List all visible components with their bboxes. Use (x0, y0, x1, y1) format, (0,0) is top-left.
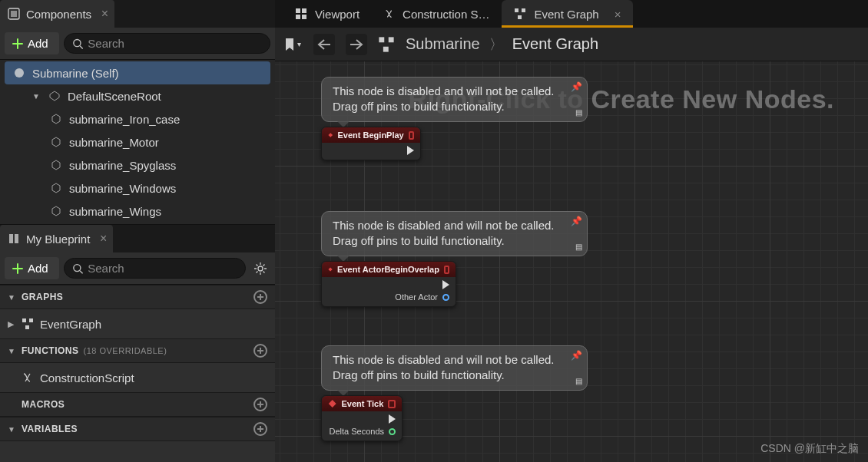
event-icon (328, 130, 333, 140)
other-actor-pin[interactable]: Other Actor (395, 292, 449, 302)
close-icon[interactable]: × (615, 8, 621, 21)
add-blueprint-button[interactable]: Add (5, 257, 59, 279)
tree-scene-root-label: DefaultSceneRoot (68, 90, 161, 103)
tree-item[interactable]: submarine_Motor (0, 130, 275, 153)
mesh-icon (49, 158, 63, 172)
mesh-icon (49, 135, 63, 149)
graph-icon (378, 36, 395, 53)
exec-out-pin[interactable] (407, 146, 414, 155)
graph-icon (22, 318, 34, 330)
expand-icon[interactable]: ▤ (575, 242, 582, 252)
actor-icon (12, 66, 26, 80)
close-icon[interactable]: × (100, 232, 107, 246)
exec-out-pin[interactable] (442, 280, 449, 289)
tab-viewport[interactable]: Viewport (283, 0, 372, 28)
search-icon (72, 262, 83, 275)
scene-root-icon (48, 89, 61, 103)
tree-root-label: Submarine (Self) (32, 67, 119, 80)
function-icon (384, 8, 395, 20)
section-graphs[interactable]: ▼GRAPHS (0, 285, 275, 309)
tree-root[interactable]: Submarine (Self) (5, 61, 270, 84)
watermark: CSDN @新缸中之脑 (760, 442, 859, 456)
node-event-tick[interactable]: Event Tick Delta Seconds (321, 395, 403, 441)
function-icon (22, 371, 34, 384)
tree-item[interactable]: submarine_Spyglass (0, 153, 275, 177)
svg-rect-17 (389, 37, 394, 42)
section-macros[interactable]: MACROS (0, 392, 275, 417)
tab-event-graph[interactable]: Event Graph × (502, 0, 633, 28)
add-function-button[interactable] (253, 344, 267, 358)
svg-rect-12 (302, 15, 306, 19)
breakpoint-icon[interactable] (409, 131, 414, 140)
components-toolbar: Add (0, 28, 275, 60)
expand-icon[interactable]: ▤ (575, 376, 582, 387)
components-search[interactable] (64, 33, 270, 54)
plus-icon (12, 263, 23, 274)
close-icon[interactable]: × (101, 7, 108, 21)
search-input[interactable] (88, 37, 262, 50)
tab-construction-script[interactable]: Construction S… (372, 0, 502, 28)
breadcrumb-bar: ▾ Submarine 〉 Event Graph (275, 28, 868, 61)
expand-icon[interactable]: ▤ (575, 107, 582, 118)
mesh-icon (49, 204, 63, 218)
add-macro-button[interactable] (253, 398, 267, 411)
svg-point-2 (74, 39, 81, 46)
search-input[interactable] (88, 262, 237, 275)
exec-out-pin[interactable] (389, 414, 396, 424)
node-tooltip: This node is disabled and will not be ca… (321, 211, 588, 256)
chevron-right-icon: 〉 (489, 35, 503, 54)
mesh-icon (49, 181, 63, 195)
svg-rect-14 (522, 8, 525, 12)
breadcrumb[interactable]: Submarine 〉 Event Graph (406, 35, 598, 54)
editor-tabs: Viewport Construction S… Event Graph × (275, 0, 868, 28)
settings-button[interactable] (250, 259, 270, 279)
graph-item-eventgraph[interactable]: ▶ EventGraph (0, 312, 275, 335)
tree-item[interactable]: submarine_Windows (0, 177, 275, 200)
svg-point-5 (258, 266, 263, 271)
bookmark-button[interactable]: ▾ (281, 34, 303, 55)
breakpoint-icon[interactable] (444, 266, 449, 274)
gear-icon (253, 262, 267, 276)
nav-back-button[interactable] (313, 34, 335, 55)
pin-icon[interactable]: 📌 (571, 81, 582, 93)
add-label: Add (28, 262, 48, 275)
mesh-icon (49, 112, 63, 126)
book-icon (8, 233, 20, 245)
tab-my-blueprint[interactable]: My Blueprint × (0, 225, 113, 252)
event-graph-canvas[interactable]: Right-Click to Create New Nodes. This no… (275, 61, 868, 462)
svg-rect-7 (29, 318, 33, 322)
svg-point-3 (15, 68, 24, 78)
pin-icon[interactable]: 📌 (571, 215, 582, 227)
svg-rect-13 (515, 8, 518, 12)
node-event-actorbeginoverlap[interactable]: Event ActorBeginOverlap Other Actor (321, 261, 456, 307)
pin-icon[interactable]: 📌 (571, 349, 582, 361)
chevron-right-icon[interactable]: ▶ (8, 319, 15, 329)
breakpoint-icon[interactable] (388, 400, 396, 408)
add-label: Add (28, 37, 48, 50)
tree-scene-root[interactable]: ▼ DefaultSceneRoot (0, 84, 275, 107)
section-functions[interactable]: ▼FUNCTIONS(18 OVERRIDABLE) (0, 338, 275, 363)
delta-seconds-pin[interactable]: Delta Seconds (329, 427, 396, 436)
chevron-down-icon[interactable]: ▼ (32, 92, 41, 101)
node-event-beginplay[interactable]: Event BeginPlay (321, 127, 421, 160)
node-tooltip: This node is disabled and will not be ca… (321, 77, 588, 122)
my-blueprint-toolbar: Add (0, 252, 275, 285)
event-icon (328, 264, 333, 275)
blueprint-search[interactable] (64, 258, 246, 279)
chevron-down-icon: ▼ (8, 425, 17, 434)
section-variables[interactable]: ▼VARIABLES (0, 417, 275, 441)
chevron-down-icon: ▼ (8, 347, 17, 355)
tab-my-blueprint-label: My Blueprint (26, 233, 90, 246)
tab-components-label: Components (26, 8, 91, 21)
tree-item[interactable]: submarine_Iron_case (0, 107, 275, 130)
nav-forward-button[interactable] (346, 34, 367, 55)
chevron-down-icon: ▼ (8, 293, 17, 302)
add-variable-button[interactable] (253, 422, 267, 436)
function-item-construction[interactable]: ConstructionScript (0, 366, 275, 389)
tab-components[interactable]: Components × (0, 0, 114, 28)
add-graph-button[interactable] (253, 290, 267, 304)
svg-rect-8 (25, 325, 29, 329)
add-component-button[interactable]: Add (5, 32, 59, 54)
tree-item[interactable]: submarine_Wings (0, 200, 275, 223)
svg-rect-15 (518, 15, 522, 19)
